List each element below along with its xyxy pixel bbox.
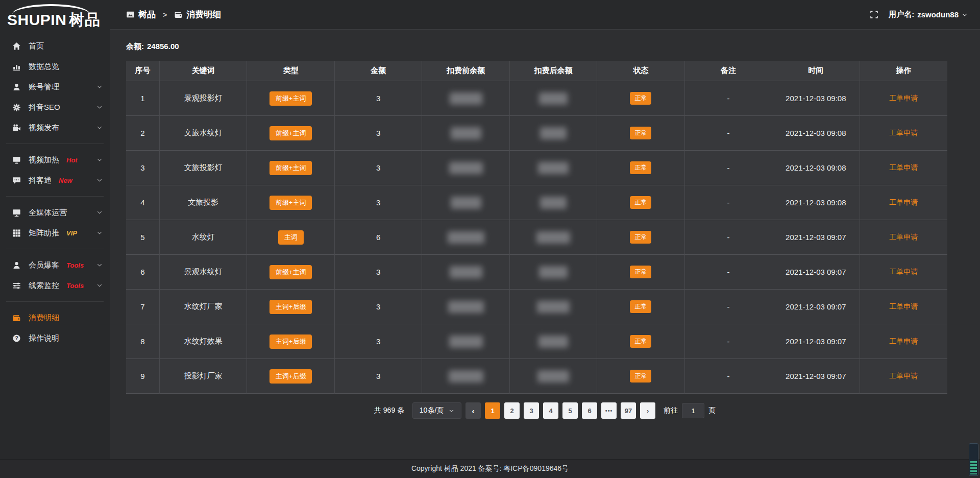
sidebar-item-data-overview[interactable]: 数据总览 <box>0 56 110 77</box>
bar-chart-icon <box>12 62 21 71</box>
work-order-link[interactable]: 工单申请 <box>889 268 918 277</box>
work-order-link[interactable]: 工单申请 <box>889 372 918 381</box>
sidebar-item-home[interactable]: 首页 <box>0 36 110 56</box>
sidebar-item-matrix-boost[interactable]: 矩阵助推VIP <box>0 223 110 243</box>
work-order-link[interactable]: 工单申请 <box>889 163 918 173</box>
sidebar-item-label: 消费明细 <box>29 313 59 323</box>
cell-remark: - <box>685 255 772 290</box>
main-content: 余额:24856.00 序号关键词类型金额扣费前余额扣费后余额状态备注时间操作1… <box>110 30 980 460</box>
breadcrumb-item-shupin[interactable]: 树品 <box>138 9 156 20</box>
cell-keyword: 文旅投影灯 <box>160 151 247 185</box>
cell-pre-balance <box>422 81 509 116</box>
cell-no: 3 <box>126 151 160 185</box>
sidebar-item-all-media[interactable]: 全媒体运营 <box>0 202 110 223</box>
copyright-text: Copyright 树品 2021 备案号: 粤ICP备09019646号 <box>411 464 569 473</box>
sidebar-item-consume-detail[interactable]: 消费明细 <box>0 307 110 328</box>
prev-page-button[interactable]: ‹ <box>465 402 481 419</box>
cell-type: 主词+后缀 <box>247 324 334 359</box>
cell-amount: 3 <box>335 185 422 220</box>
browser-widget[interactable] <box>969 443 978 476</box>
redacted-balance <box>539 92 568 105</box>
status-badge: 正常 <box>630 266 651 278</box>
page-button-4[interactable]: 4 <box>543 402 558 419</box>
page-button-5[interactable]: 5 <box>562 402 578 419</box>
cell-type: 前缀+主词 <box>247 185 334 220</box>
cell-keyword: 景观投影灯 <box>160 81 247 116</box>
more-pages-button[interactable]: ••• <box>601 402 617 419</box>
sidebar-item-instructions[interactable]: ?操作说明 <box>0 328 110 348</box>
sidebar-divider <box>6 144 104 144</box>
redacted-balance <box>448 231 484 244</box>
status-badge: 正常 <box>630 161 651 174</box>
cell-post-balance <box>510 116 597 151</box>
cell-status: 正常 <box>597 151 684 185</box>
sidebar-item-account-manage[interactable]: 账号管理 <box>0 77 110 97</box>
cell-remark: - <box>685 81 772 116</box>
type-badge: 前缀+主词 <box>270 161 312 175</box>
type-badge: 主词+后缀 <box>270 369 312 384</box>
cell-action: 工单申请 <box>860 81 947 116</box>
sidebar-item-clue-monitor[interactable]: 线索监控Tools <box>0 275 110 296</box>
user-dropdown[interactable]: 用户名: zswodun88 <box>889 10 968 19</box>
home-icon <box>12 42 21 51</box>
page-button-97[interactable]: 97 <box>621 402 636 419</box>
cell-action: 工单申请 <box>860 359 947 394</box>
column-header: 备注 <box>685 61 772 81</box>
cell-time: 2021-12-03 09:07 <box>772 220 860 255</box>
work-order-link[interactable]: 工单申请 <box>889 94 918 103</box>
cell-status: 正常 <box>597 255 684 290</box>
cell-remark: - <box>685 185 772 220</box>
page-button-6[interactable]: 6 <box>582 402 597 419</box>
work-order-link[interactable]: 工单申请 <box>889 302 918 312</box>
sliders-icon <box>12 281 21 290</box>
fullscreen-icon[interactable] <box>870 10 878 19</box>
work-order-link[interactable]: 工单申请 <box>889 233 918 242</box>
cell-time: 2021-12-03 09:07 <box>772 324 860 359</box>
balance: 余额:24856.00 <box>126 42 980 52</box>
sidebar-item-douketong[interactable]: 抖客通New <box>0 170 110 190</box>
cell-post-balance <box>510 151 597 185</box>
work-order-link[interactable]: 工单申请 <box>889 129 918 138</box>
cell-action: 工单申请 <box>860 255 947 290</box>
page-button-1[interactable]: 1 <box>485 402 500 419</box>
table-row: 2文旅水纹灯前缀+主词3正常-2021-12-03 09:08工单申请 <box>126 116 947 151</box>
chevron-down-icon <box>96 125 103 131</box>
sidebar-menu: 首页数据总览账号管理抖音SEO视频发布视频加热Hot抖客通New全媒体运营矩阵助… <box>0 36 110 348</box>
grid-icon <box>12 229 21 237</box>
next-page-button[interactable]: › <box>640 402 655 419</box>
cell-type: 主词+后缀 <box>247 359 334 394</box>
column-header: 时间 <box>772 61 860 81</box>
table-row: 1景观投影灯前缀+主词3正常-2021-12-03 09:08工单申请 <box>126 81 947 116</box>
redacted-balance <box>449 370 483 383</box>
cell-time: 2021-12-03 09:08 <box>772 116 860 151</box>
screen-icon <box>12 156 21 164</box>
table-row: 4文旅投影前缀+主词3正常-2021-12-03 09:08工单申请 <box>126 185 947 220</box>
page-button-3[interactable]: 3 <box>524 402 539 419</box>
sidebar-item-video-heating[interactable]: 视频加热Hot <box>0 150 110 170</box>
work-order-link[interactable]: 工单申请 <box>889 198 918 207</box>
redacted-balance <box>451 197 481 209</box>
goto-page-input[interactable]: 1 <box>682 403 704 418</box>
cell-action: 工单申请 <box>860 185 947 220</box>
cell-post-balance <box>510 81 597 116</box>
cell-status: 正常 <box>597 116 684 151</box>
sidebar-item-label: 线索监控 <box>29 281 59 291</box>
breadcrumb-item-consume-detail[interactable]: 消费明细 <box>186 9 221 20</box>
sidebar-item-douyin-seo[interactable]: 抖音SEO <box>0 97 110 117</box>
page-size-select[interactable]: 10条/页 <box>412 402 461 419</box>
sidebar-item-label: 抖客通 <box>29 176 52 185</box>
cell-pre-balance <box>422 116 509 151</box>
page-button-2[interactable]: 2 <box>504 402 520 419</box>
cell-type: 前缀+主词 <box>247 255 334 290</box>
sidebar-item-member-burst[interactable]: 会员爆客Tools <box>0 255 110 275</box>
cell-action: 工单申请 <box>860 220 947 255</box>
goto-label: 前往 <box>664 406 678 415</box>
work-order-link[interactable]: 工单申请 <box>889 337 918 346</box>
cell-no: 5 <box>126 220 160 255</box>
table-row: 7水纹灯厂家主词+后缀3正常-2021-12-03 09:07工单申请 <box>126 290 947 324</box>
sidebar-item-video-publish[interactable]: 视频发布 <box>0 117 110 138</box>
redacted-balance <box>451 127 481 139</box>
cell-remark: - <box>685 151 772 185</box>
balance-label: 余额: <box>126 42 144 51</box>
status-badge: 正常 <box>630 300 651 313</box>
